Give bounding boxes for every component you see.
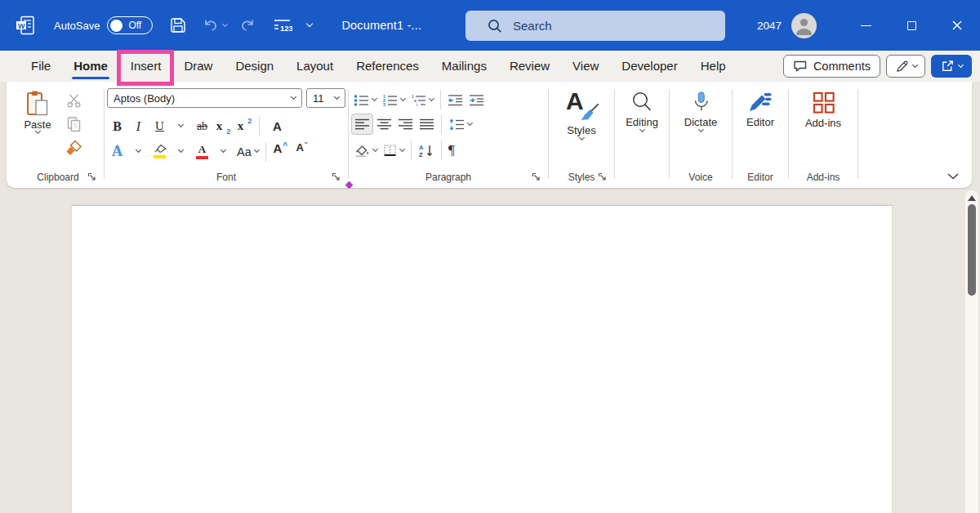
toggle-knob [110, 20, 122, 32]
svg-text:3: 3 [383, 102, 385, 106]
font-name-select[interactable]: Aptos (Body) [107, 88, 302, 108]
minimize-button[interactable] [843, 0, 889, 51]
scrollbar[interactable] [965, 190, 978, 513]
highlight-button[interactable] [149, 141, 170, 163]
share-icon [941, 60, 955, 73]
increase-indent-button[interactable] [466, 89, 487, 110]
autosave-toggle[interactable]: Off [107, 16, 153, 34]
maximize-button[interactable] [889, 0, 934, 51]
document-page[interactable] [72, 205, 892, 513]
font-color-bar [196, 156, 208, 159]
font-size-select[interactable]: 11 [306, 88, 345, 108]
save-icon[interactable] [169, 16, 187, 34]
collapse-ribbon-chevron-icon[interactable] [947, 173, 959, 180]
numbering-button[interactable]: 1 2 3 [380, 89, 408, 110]
group-separator [669, 89, 670, 179]
font-group: Aptos (Body) 11 B I U ab x2 x2 A [107, 82, 345, 188]
tab-insert[interactable]: Insert [119, 51, 173, 82]
text-effects-chevron-icon[interactable] [128, 141, 149, 163]
scrollbar-thumb[interactable] [968, 204, 976, 296]
paste-button[interactable]: Paste [15, 88, 60, 167]
tab-home[interactable]: Home [62, 51, 119, 82]
group-separator [788, 89, 789, 179]
font-group-label: Font [216, 172, 236, 183]
scroll-up-arrow-icon[interactable] [968, 195, 976, 201]
italic-button[interactable]: I [128, 116, 149, 137]
redo-icon[interactable] [238, 16, 256, 34]
clear-formatting-button[interactable]: A [267, 116, 287, 137]
highlight-chevron-icon[interactable] [171, 141, 191, 163]
tab-mailings[interactable]: Mailings [430, 51, 498, 82]
multilevel-list-button[interactable]: 1 a i [408, 89, 436, 110]
quick-access-chevron-icon[interactable] [307, 25, 312, 26]
autosave-label: AutoSave [54, 20, 100, 32]
underline-dropdown-chevron-icon[interactable] [171, 116, 191, 137]
styles-button[interactable]: A Styles [551, 88, 612, 167]
shading-button[interactable] [351, 140, 380, 161]
svg-text:i: i [416, 102, 418, 106]
show-formatting-marks-button[interactable]: ¶ [446, 140, 457, 161]
format-painter-icon[interactable] [64, 139, 83, 157]
align-left-button[interactable] [351, 114, 373, 135]
grow-font-button[interactable]: A^ [270, 141, 291, 163]
avatar[interactable] [791, 13, 817, 38]
sort-button[interactable]: A Z [416, 140, 437, 161]
subscript-button[interactable]: x2 [213, 116, 234, 137]
tab-design[interactable]: Design [224, 51, 285, 82]
decrease-indent-button[interactable] [445, 89, 466, 110]
close-button[interactable] [934, 0, 980, 51]
voice-group-label: Voice [688, 172, 712, 183]
justify-button[interactable] [416, 114, 437, 135]
change-case-button[interactable]: Aa [234, 141, 261, 163]
styles-dialog-launcher-icon[interactable] [598, 172, 608, 182]
paragraph-dialog-launcher-icon[interactable] [532, 172, 541, 182]
draw-pen-button[interactable] [886, 55, 925, 78]
editor-group-label: Editor [747, 172, 773, 183]
document-title[interactable]: Document1 -... [341, 19, 421, 32]
user-badge: 2047 [757, 20, 782, 32]
svg-text:Z: Z [419, 151, 423, 158]
underline-button[interactable]: U [149, 116, 170, 137]
superscript-button[interactable]: x2 [234, 116, 255, 137]
align-right-button[interactable] [395, 114, 416, 135]
font-color-button[interactable]: A [192, 141, 212, 163]
tab-file[interactable]: File [20, 51, 62, 82]
tab-view[interactable]: View [561, 51, 610, 82]
ribbon-empty-area [861, 82, 969, 188]
shrink-font-button[interactable]: Aˇ [292, 141, 312, 163]
share-button[interactable] [931, 55, 972, 78]
tab-draw[interactable]: Draw [172, 51, 224, 82]
font-color-chevron-icon[interactable] [213, 141, 234, 163]
copy-icon[interactable] [64, 115, 83, 133]
clipboard-group-label: Clipboard [37, 172, 78, 183]
tab-review[interactable]: Review [498, 51, 561, 82]
editing-button[interactable]: Editing [617, 88, 666, 167]
paragraph-group-label: Paragraph [425, 172, 471, 183]
borders-button[interactable] [381, 140, 407, 161]
line-numbering-icon[interactable]: 123 [271, 16, 292, 34]
bold-button[interactable]: B [107, 116, 127, 137]
font-dialog-launcher-icon[interactable] [332, 172, 341, 182]
bullets-button[interactable] [351, 89, 379, 110]
comments-button[interactable]: Comments [783, 55, 880, 78]
ribbon: Paste [7, 82, 972, 188]
clipboard-dialog-launcher-icon[interactable] [87, 172, 97, 182]
tab-developer[interactable]: Developer [610, 51, 688, 82]
text-effects-button[interactable]: A [107, 141, 127, 163]
search-input[interactable]: Search [466, 11, 725, 41]
undo-icon[interactable] [202, 16, 220, 34]
line-spacing-button[interactable] [446, 114, 474, 135]
dictate-button[interactable]: Dictate [672, 88, 729, 167]
strikethrough-button[interactable]: ab [192, 116, 212, 137]
tab-layout[interactable]: Layout [285, 51, 345, 82]
microphone-icon [690, 91, 712, 114]
align-center-button[interactable] [374, 114, 394, 135]
addins-button[interactable]: Add-ins [791, 88, 855, 167]
undo-dropdown-chevron-icon[interactable] [223, 25, 227, 26]
tab-references[interactable]: References [345, 51, 430, 82]
tab-help[interactable]: Help [689, 51, 737, 82]
svg-text:W: W [18, 22, 25, 30]
cut-icon[interactable] [64, 91, 83, 109]
editor-button[interactable]: Editor [735, 88, 786, 167]
close-icon [951, 20, 963, 31]
